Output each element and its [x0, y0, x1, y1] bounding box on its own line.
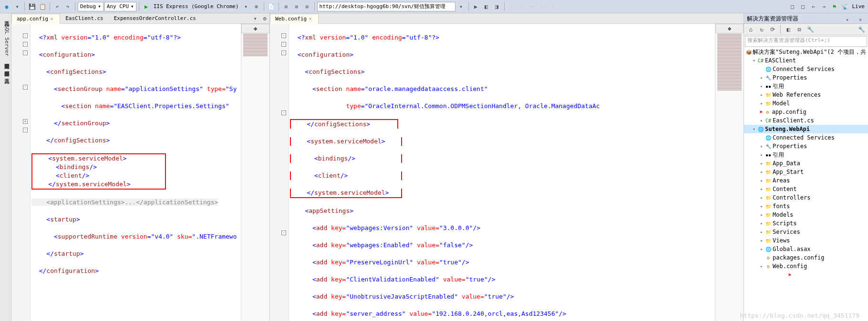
fold-icon[interactable]: -	[281, 42, 286, 47]
properties-icon[interactable]: 🔧	[806, 25, 815, 34]
tree-item[interactable]: ▸📁Content	[744, 185, 868, 193]
right-editor: - - - - - <?xml version="1.0" encoding="…	[270, 24, 744, 321]
tree-item[interactable]: 🌐Connected Services	[744, 133, 868, 142]
split-icon[interactable]: ✥	[241, 24, 269, 33]
close-icon[interactable]: ×	[50, 16, 55, 22]
tab-web-config[interactable]: Web.config×	[270, 14, 319, 24]
wrench-icon[interactable]: 🔧	[857, 25, 866, 34]
close-icon[interactable]: ×	[309, 16, 313, 22]
step1-icon[interactable]: 📄	[267, 2, 276, 11]
fold-icon[interactable]: -	[23, 85, 28, 90]
fold-icon[interactable]: -	[281, 110, 286, 115]
tab-app-config[interactable]: app.config×	[11, 14, 60, 24]
config-combo[interactable]: Debug▾	[78, 2, 103, 11]
left-code[interactable]: <?xml version="1.0" encoding="utf-8"?> <…	[31, 24, 241, 321]
nav-dropdown-icon[interactable]: ▾	[12, 2, 22, 11]
left-minimap[interactable]: ✥	[241, 24, 269, 321]
side-tab-toolbox2[interactable]: 工具箱	[0, 71, 11, 79]
tree-item[interactable]: ▸🔧Properties	[744, 73, 868, 82]
tab-dropdown-icon[interactable]: ▾	[250, 14, 260, 23]
url-dropdown-icon[interactable]: ▾	[456, 2, 466, 11]
solution-search[interactable]: 搜索解决方案资源管理器(Ctrl+;)	[745, 36, 867, 47]
right-code[interactable]: <?xml version="1.0" encoding="utf-8"?> <…	[289, 24, 715, 321]
disabled-e-icon: ◻	[549, 2, 558, 11]
tool-b-icon[interactable]: ◧	[482, 2, 491, 11]
save-icon[interactable]: 💾	[27, 2, 37, 11]
refresh-icon[interactable]: ↻	[757, 25, 766, 34]
redo-icon[interactable]: ↷	[63, 2, 72, 11]
tab-easclient[interactable]: EasClient.cs	[60, 13, 108, 23]
tree-item[interactable]: ▸▪▪引用	[744, 150, 868, 159]
tree-item[interactable]: ▸📁Services	[744, 228, 868, 236]
fold-icon[interactable]: -	[281, 231, 286, 235]
fold-icon[interactable]: -	[23, 50, 28, 55]
outdent-icon[interactable]: ≡	[292, 2, 301, 11]
run-target[interactable]: IIS Express (Google Chrome)	[152, 3, 240, 10]
arrow-left-icon[interactable]: ←	[809, 2, 818, 11]
save-all-icon[interactable]: 📋	[38, 2, 47, 11]
tree-item[interactable]: ▸📁Web References	[744, 90, 868, 99]
fold-icon[interactable]: -	[281, 50, 286, 55]
fold-icon[interactable]: +	[23, 119, 28, 124]
tree-item[interactable]: ⚙packages.config	[744, 253, 868, 262]
tree-item[interactable]: ▸📁App_Data	[744, 159, 868, 168]
side-tab-strip: 工具箱 SQL Server 对象资源管理器 服务器资源管理器 工具箱	[0, 13, 11, 321]
tree-item[interactable]: ▸📁Scripts	[744, 219, 868, 228]
sync-icon[interactable]: ⟳	[768, 25, 777, 34]
tree-item[interactable]: ▸📁Views	[744, 236, 868, 245]
play-icon[interactable]: ▶	[142, 2, 151, 11]
tree-item[interactable]: ▸📁Areas	[744, 176, 868, 185]
left-tabrow: app.config× EasClient.cs ExpensesOrderCo…	[11, 13, 269, 24]
tree-item[interactable]: 🌐Connected Services	[744, 65, 868, 73]
fold-icon[interactable]: -	[23, 33, 28, 38]
ext1-icon[interactable]: □	[788, 2, 797, 11]
tool-c-icon[interactable]: ◨	[492, 2, 502, 11]
right-gutter[interactable]: - - - - -	[270, 24, 289, 321]
pin-icon[interactable]: ▾	[843, 15, 852, 24]
tree-proj-suteng[interactable]: ▾🌐Suteng.WebApi	[744, 125, 868, 133]
comment-icon[interactable]: ≡	[302, 2, 312, 11]
highlighted-region: <bindings/>	[290, 154, 402, 163]
undo-icon[interactable]: ↶	[52, 2, 62, 11]
tree-item[interactable]: ▸▪▪引用	[744, 82, 868, 90]
tree-item[interactable]: ▸C#EasClient.cs	[744, 116, 868, 125]
live-icon[interactable]: 📡	[840, 2, 850, 11]
right-minimap[interactable]: ✥	[715, 24, 744, 321]
platform-combo[interactable]: Any CPU▾	[104, 2, 136, 11]
left-gutter[interactable]: - - - - + -	[11, 24, 31, 321]
tree-item[interactable]: ▸📁App_Start	[744, 168, 868, 176]
home-icon[interactable]: ⌂	[746, 25, 755, 34]
indent-icon[interactable]: ≡	[281, 2, 291, 11]
highlighted-region: </configSections>	[290, 119, 398, 129]
tree-proj-easclient[interactable]: ▾C#EASClient	[744, 56, 868, 65]
side-tab-sqlserver[interactable]: SQL Server 对象资源管理器	[0, 21, 11, 63]
tree-item[interactable]: ▸🔧Properties	[744, 142, 868, 150]
side-tab-toolbox[interactable]: 工具箱	[0, 13, 11, 21]
split-icon[interactable]: ✥	[715, 24, 744, 33]
tree-item[interactable]: ▸📁Model	[744, 99, 868, 108]
fold-icon[interactable]: -	[23, 42, 28, 47]
run-dropdown-icon[interactable]: ▾	[241, 2, 251, 11]
fold-icon[interactable]: -	[281, 33, 286, 38]
tree-item[interactable]: ▸📁Models	[744, 211, 868, 219]
tree-item-webconfig[interactable]: ▸⚙Web.config	[744, 262, 868, 271]
nav-back-icon[interactable]: ◉	[2, 2, 11, 11]
tab-expenses[interactable]: ExpensesOrderController.cs	[109, 13, 201, 23]
tab-gear-icon[interactable]: ⚙	[260, 14, 269, 23]
tree-item[interactable]: ▸🌐Global.asax	[744, 245, 868, 253]
browser-icon[interactable]: ⊕	[252, 2, 261, 11]
side-tab-server-explorer[interactable]: 服务器资源管理器	[0, 63, 11, 71]
url-input[interactable]	[317, 2, 455, 11]
tree-item[interactable]: ▸📁Controllers	[744, 193, 868, 202]
flag-icon[interactable]: ⚑	[830, 2, 839, 11]
collapse-icon[interactable]: ⊟	[795, 25, 804, 34]
arrow-right-icon[interactable]: →	[819, 2, 829, 11]
showall-icon[interactable]: ◧	[784, 25, 793, 34]
tool-a-icon[interactable]: ▶	[471, 2, 481, 11]
ext2-icon[interactable]: □	[798, 2, 808, 11]
tree-item-appconfig[interactable]: ➤⚙app.config	[744, 108, 868, 116]
fold-icon[interactable]: -	[23, 128, 28, 132]
close-icon[interactable]: ×	[856, 15, 865, 24]
tree-item[interactable]: ▸📁fonts	[744, 202, 868, 211]
tree-root[interactable]: 📦解决方案"Suteng.WebApi"(2 个项目，共 2 个)	[744, 48, 868, 56]
